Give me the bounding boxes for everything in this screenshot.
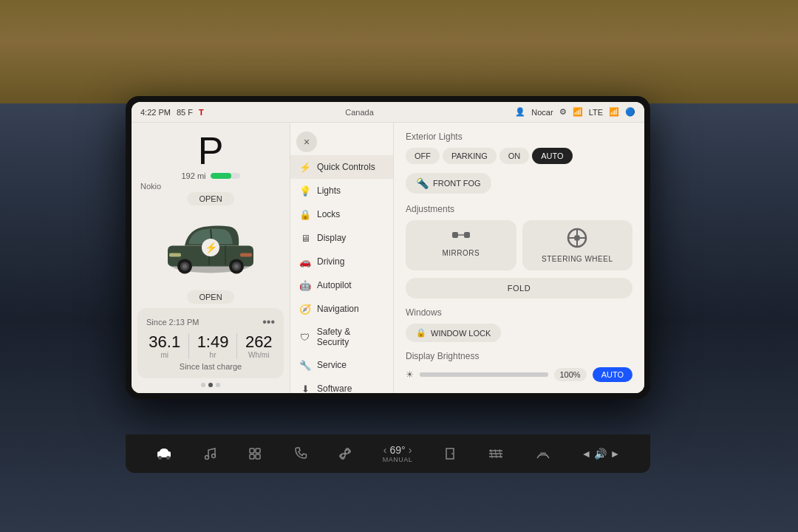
status-time: 4:22 PM bbox=[140, 108, 171, 117]
stat-hours-unit: hr bbox=[197, 351, 229, 359]
svg-point-25 bbox=[205, 456, 208, 460]
settings-icon[interactable]: ⚙ bbox=[559, 107, 567, 117]
taskbar-door[interactable] bbox=[443, 446, 457, 461]
menu-label-locks: Locks bbox=[317, 209, 340, 219]
signal-label: LTE bbox=[589, 108, 603, 117]
service-icon: 🔧 bbox=[299, 359, 311, 371]
navigation-icon: 🧭 bbox=[299, 303, 311, 315]
taskbar-apps[interactable] bbox=[248, 446, 262, 461]
taskbar-rear-defrost[interactable] bbox=[488, 448, 504, 460]
taskbar-phone[interactable] bbox=[293, 446, 307, 461]
page-dots bbox=[201, 383, 220, 387]
dot-2 bbox=[208, 383, 213, 387]
open-rear-button[interactable]: OPEN bbox=[187, 290, 233, 304]
mirrors-label: MIRRORS bbox=[442, 249, 480, 257]
status-temp: 85 F bbox=[177, 108, 193, 117]
temp-right-arrow[interactable]: › bbox=[409, 444, 412, 456]
controls-panel: Exterior Lights OFF PARKING ON AUTO 🔦 FR… bbox=[394, 123, 644, 393]
taskbar-fan[interactable] bbox=[338, 446, 352, 461]
svg-rect-14 bbox=[464, 232, 470, 238]
brightness-value: 100% bbox=[554, 368, 587, 381]
svg-rect-27 bbox=[250, 449, 254, 453]
svg-point-17 bbox=[574, 235, 580, 241]
music-icon bbox=[202, 446, 217, 461]
menu-panel: × ⚡ Quick Controls 💡 Lights 🔒 Locks 🖥 Di… bbox=[290, 123, 394, 393]
status-bar-left: 4:22 PM 85 F T bbox=[140, 108, 204, 117]
menu-item-software[interactable]: ⬇ Software bbox=[290, 377, 393, 393]
stat-miles-value: 36.1 bbox=[149, 333, 180, 351]
taskbar-music[interactable] bbox=[202, 446, 217, 461]
wifi-icon: 📶 bbox=[573, 107, 583, 117]
volume-right-icon[interactable]: ► bbox=[610, 448, 620, 460]
menu-item-driving[interactable]: 🚗 Driving bbox=[290, 250, 393, 273]
open-front-button[interactable]: OPEN bbox=[187, 192, 233, 205]
fold-button[interactable]: FOLD bbox=[406, 278, 632, 299]
stats-menu[interactable]: ••• bbox=[262, 316, 275, 329]
svg-rect-3 bbox=[169, 253, 181, 256]
brightness-fill bbox=[420, 372, 548, 377]
volume-control: ◄ 🔊 ► bbox=[582, 448, 621, 460]
stat-energy-unit: Wh/mi bbox=[245, 351, 273, 359]
menu-label-quick-controls: Quick Controls bbox=[317, 162, 375, 172]
main-area: P 192 mi Nokio OPEN bbox=[132, 123, 644, 393]
taskbar-front-defrost[interactable] bbox=[535, 448, 551, 460]
light-on-button[interactable]: ON bbox=[499, 148, 530, 164]
rear-defrost-icon bbox=[488, 448, 504, 460]
quick-controls-icon: ⚡ bbox=[299, 161, 311, 173]
light-auto-button[interactable]: AUTO bbox=[532, 148, 572, 164]
taskbar-temp[interactable]: ‹ 69° › MANUAL bbox=[383, 444, 413, 463]
autopilot-icon: 🤖 bbox=[299, 279, 311, 291]
steering-wheel-button[interactable]: STEERING WHEEL bbox=[522, 220, 633, 270]
taskbar-volume[interactable]: ◄ 🔊 ► bbox=[582, 448, 621, 460]
car-icon bbox=[156, 447, 172, 460]
svg-rect-13 bbox=[452, 232, 458, 238]
dot-1 bbox=[201, 383, 205, 387]
range-bar bbox=[211, 173, 240, 179]
bluetooth-icon: 🔵 bbox=[625, 107, 635, 117]
menu-item-quick-controls[interactable]: ⚡ Quick Controls bbox=[290, 155, 393, 179]
signal-bars-icon: 📶 bbox=[609, 107, 619, 117]
menu-label-driving: Driving bbox=[317, 256, 344, 267]
brightness-slider[interactable] bbox=[420, 372, 548, 377]
light-off-button[interactable]: OFF bbox=[406, 148, 440, 164]
stats-row: 36.1 mi 1:49 hr 262 Wh/mi bbox=[146, 333, 275, 359]
menu-label-display: Display bbox=[317, 233, 346, 243]
menu-item-navigation[interactable]: 🧭 Navigation bbox=[290, 297, 393, 321]
stats-card: Since 2:13 PM ••• 36.1 mi 1:49 hr bbox=[137, 308, 284, 378]
wood-trim bbox=[0, 0, 798, 103]
taskbar: ‹ 69° › MANUAL ◄ 🔊 ► bbox=[126, 434, 650, 473]
mirrors-button[interactable]: MIRRORS bbox=[406, 220, 516, 270]
window-lock-button[interactable]: 🔒 WINDOW LOCK bbox=[406, 324, 501, 342]
stat-energy: 262 Wh/mi bbox=[245, 333, 273, 359]
front-fog-button[interactable]: 🔦 FRONT FOG bbox=[406, 173, 491, 194]
user-icon: 👤 bbox=[515, 107, 525, 117]
close-button[interactable]: × bbox=[296, 132, 317, 152]
menu-label-software: Software bbox=[317, 383, 352, 393]
volume-icon: 🔊 bbox=[594, 448, 607, 460]
status-bar: 4:22 PM 85 F T Canada 👤 Nocar ⚙ 📶 LTE 📶 … bbox=[132, 102, 644, 123]
menu-item-display[interactable]: 🖥 Display bbox=[290, 226, 393, 250]
svg-point-24 bbox=[166, 456, 170, 460]
gear-indicator: P bbox=[198, 132, 224, 170]
dot-3 bbox=[216, 383, 220, 387]
menu-item-service[interactable]: 🔧 Service bbox=[290, 353, 393, 377]
menu-item-autopilot[interactable]: 🤖 Autopilot bbox=[290, 273, 393, 297]
svg-point-10 bbox=[234, 264, 239, 268]
taskbar-car[interactable] bbox=[156, 447, 172, 460]
volume-left-icon[interactable]: ◄ bbox=[582, 448, 592, 460]
menu-label-autopilot: Autopilot bbox=[317, 280, 352, 290]
brightness-auto-button[interactable]: AUTO bbox=[593, 367, 632, 382]
menu-item-safety[interactable]: 🛡 Safety & Security bbox=[290, 321, 393, 353]
svg-point-23 bbox=[158, 456, 162, 460]
menu-item-locks[interactable]: 🔒 Locks bbox=[290, 202, 393, 226]
stat-hours: 1:49 hr bbox=[197, 333, 229, 359]
stat-miles: 36.1 mi bbox=[149, 333, 180, 359]
light-parking-button[interactable]: PARKING bbox=[443, 148, 497, 164]
range-value: 192 mi bbox=[181, 171, 205, 180]
svg-rect-30 bbox=[256, 454, 260, 459]
menu-label-service: Service bbox=[317, 360, 347, 370]
display-icon: 🖥 bbox=[299, 232, 311, 244]
fan-icon bbox=[338, 446, 352, 461]
temp-left-arrow[interactable]: ‹ bbox=[383, 444, 387, 456]
menu-item-lights[interactable]: 💡 Lights bbox=[290, 179, 393, 202]
